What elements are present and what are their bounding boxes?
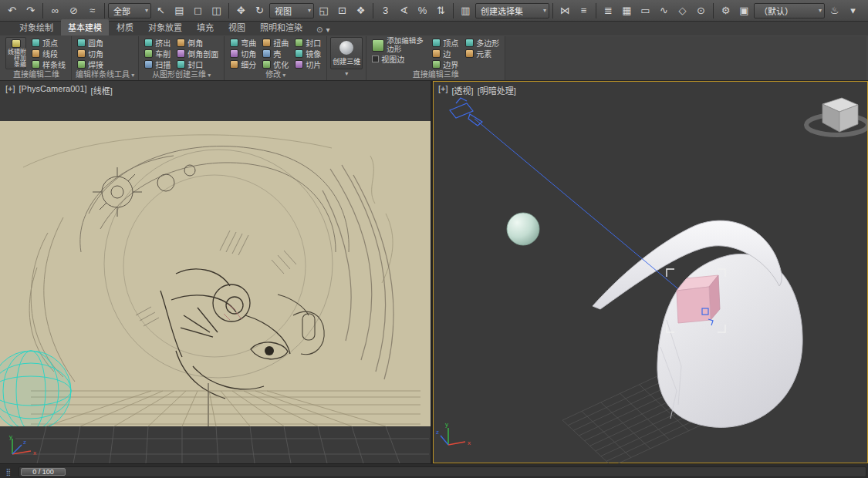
sweep-button[interactable]: 扫描 — [143, 59, 172, 69]
ribbon-tab-2[interactable]: 材质 — [110, 19, 140, 35]
time-slider-handle[interactable]: 0 / 100 — [21, 468, 66, 476]
render-preset-dropdown[interactable]: （默认）▾ — [754, 3, 825, 19]
viewport-left-physcamera[interactable]: [+] [PhysCamera001] [线框] — [0, 81, 431, 463]
chamfer-button[interactable]: 切角 — [76, 48, 134, 59]
ribbon-tab-4[interactable]: 填充 — [190, 19, 221, 35]
curve-editor-icon[interactable]: ∿ — [655, 2, 673, 19]
poly-polygon-toggle[interactable]: 多边形 — [464, 37, 501, 48]
snaps-toggle-icon[interactable]: 3 — [377, 2, 394, 19]
bevel-button[interactable]: 倒角 — [175, 37, 220, 48]
render-flyout-arrow-icon[interactable]: ▾ — [844, 2, 862, 19]
toggle-scene-explorer-icon[interactable]: ≣ — [599, 2, 617, 19]
ribbon-collapse-icon[interactable]: ▾ — [326, 25, 329, 34]
fillet-button[interactable]: 圆角 — [76, 37, 134, 48]
rendered-frame-window-icon[interactable]: ▣ — [735, 2, 753, 19]
select-and-manipulate-icon[interactable]: ❖ — [352, 2, 370, 19]
extrude-button[interactable]: 挤出 — [143, 37, 172, 48]
selection-filter-dropdown[interactable]: 全部▾ — [108, 3, 151, 19]
schematic-view-icon[interactable]: ◇ — [674, 2, 691, 19]
reference-coordinate-system-dropdown[interactable]: 视图▾ — [269, 3, 314, 19]
align-icon[interactable]: ≡ — [575, 2, 593, 19]
select-object-icon[interactable]: ↖ — [152, 2, 170, 19]
group-label-modify[interactable]: 修改 — [228, 70, 323, 80]
viewport-camera-name[interactable]: [PhysCamera001] — [19, 84, 87, 96]
bind-to-space-warp-icon[interactable]: ≈ — [83, 2, 101, 19]
render-setup-icon[interactable]: ⚙ — [717, 2, 735, 19]
undo-icon[interactable]: ↶ — [3, 2, 21, 19]
unlink-selection-icon[interactable]: ⊘ — [65, 2, 83, 19]
poly-border-toggle[interactable]: 边界 — [431, 59, 460, 69]
edit-named-selection-sets-icon[interactable]: ▥ — [457, 2, 475, 19]
group-label-edit-spline2d[interactable]: 直接编辑二维 — [5, 70, 67, 80]
wireframe-sphere-object[interactable] — [0, 351, 71, 426]
window-crossing-icon[interactable]: ◫ — [208, 2, 225, 19]
viewport-shading-mode[interactable]: [线框] — [91, 84, 113, 96]
add-edit-poly-button[interactable]: 添加编辑多边形 — [370, 37, 427, 54]
render-production-icon[interactable]: ♨ — [826, 2, 843, 19]
timeline-track[interactable]: 0 / 100 — [19, 466, 866, 477]
segment-toggle[interactable]: 线段 — [30, 48, 67, 59]
bevel-profile-button[interactable]: 倒角剖面 — [175, 48, 220, 59]
vertex-toggle[interactable]: 顶点 — [30, 37, 67, 48]
select-and-move-icon[interactable]: ✥ — [232, 2, 250, 19]
select-and-scale-icon[interactable]: ◱ — [315, 2, 333, 19]
sphere-object[interactable] — [507, 213, 539, 245]
angle-snap-icon[interactable]: ∢ — [395, 2, 413, 19]
lathe-button[interactable]: 车削 — [143, 48, 172, 59]
shell-button[interactable]: 壳 — [261, 48, 290, 59]
weld-button[interactable]: 焊接 — [76, 59, 134, 69]
poly-edge-toggle[interactable]: 边 — [431, 48, 460, 59]
viewport-view-name[interactable]: [透视] — [452, 84, 474, 96]
ribbon-group-create-from-shapes: 挤出倒角车削倒角剖面扫描封口 从图形创建三维 — [139, 36, 225, 80]
bend-button[interactable]: 弯曲 — [228, 37, 258, 48]
bevel-profile-icon — [177, 49, 185, 58]
layer-manager-icon[interactable]: ▦ — [618, 2, 636, 19]
ribbon-tab-5[interactable]: 视图 — [221, 19, 252, 35]
cap-button[interactable]: 封口 — [175, 59, 220, 69]
viewport-right-perspective[interactable]: [+] [透视] [明暗处理] — [433, 81, 868, 463]
chamfer-mod-button[interactable]: 切角 — [228, 48, 258, 59]
viewcube[interactable] — [806, 98, 868, 135]
group-label-edit-poly3d[interactable]: 直接编辑三维 — [370, 70, 501, 80]
named-selection-sets-dropdown[interactable]: 创建选择集▾ — [475, 3, 549, 19]
select-and-link-icon[interactable]: ∞ — [46, 2, 64, 19]
graphite-ribbon-icon[interactable]: ▭ — [637, 2, 654, 19]
percent-snap-icon[interactable]: % — [414, 2, 431, 19]
cap-holes-button[interactable]: 封口 — [293, 37, 323, 48]
poly-element-toggle[interactable]: 元素 — [464, 48, 501, 59]
select-by-name-icon[interactable]: ▤ — [171, 2, 188, 19]
pink-cube-object[interactable] — [677, 275, 720, 323]
attach-edit-spline-button[interactable]: 附加编辑样条线 — [5, 37, 26, 69]
ribbon-tab-0[interactable]: 对象绘制 — [12, 19, 60, 35]
mirror-mod-button[interactable]: 镜像 — [293, 48, 323, 59]
rectangular-selection-region-icon[interactable]: ◻ — [189, 2, 207, 19]
optimize-button[interactable]: 优化 — [261, 59, 290, 69]
spline-toggle[interactable]: 样条线 — [30, 59, 67, 69]
slice-button[interactable]: 切片 — [293, 59, 323, 69]
viewport-menu-plus[interactable]: [+] — [5, 84, 15, 96]
viewport-shading-mode[interactable]: [明暗处理] — [478, 84, 516, 96]
ribbon-settings-icon[interactable]: ⊙ — [316, 25, 323, 34]
poly-vertex-toggle[interactable]: 顶点 — [431, 37, 460, 48]
create-3d-button[interactable]: 创建三维 — [330, 37, 363, 69]
create-3d-flyout-arrow-icon[interactable]: ▾ — [345, 70, 348, 77]
group-label-spline-tools[interactable]: 编辑样条线工具 — [76, 70, 134, 80]
shell-object[interactable] — [593, 220, 802, 427]
subdivide-button[interactable]: 细分 — [228, 59, 258, 69]
ribbon-tab-1[interactable]: 基本建模 — [61, 19, 109, 35]
button-label: 顶点 — [443, 37, 458, 49]
view-edges-checkbox[interactable]: 视图边 — [370, 54, 427, 65]
mirror-icon[interactable]: ⋈ — [556, 2, 574, 19]
group-label-create-from-shapes[interactable]: 从图形创建三维 — [143, 70, 220, 80]
viewport-menu-plus[interactable]: [+] — [438, 84, 448, 96]
use-pivot-point-icon[interactable]: ⊡ — [333, 2, 351, 19]
ribbon-tab-3[interactable]: 对象放置 — [141, 19, 189, 35]
redo-icon[interactable]: ↷ — [22, 2, 39, 19]
button-label: 优化 — [273, 59, 289, 70]
twist-button[interactable]: 扭曲 — [261, 37, 290, 48]
material-editor-icon[interactable]: ⊙ — [692, 2, 710, 19]
spinner-snap-icon[interactable]: ⇅ — [432, 2, 450, 19]
select-and-rotate-icon[interactable]: ↻ — [251, 2, 269, 19]
ribbon-tab-6[interactable]: 照明和渲染 — [253, 19, 309, 35]
timeline-grip[interactable]: ⣿ — [2, 466, 15, 477]
